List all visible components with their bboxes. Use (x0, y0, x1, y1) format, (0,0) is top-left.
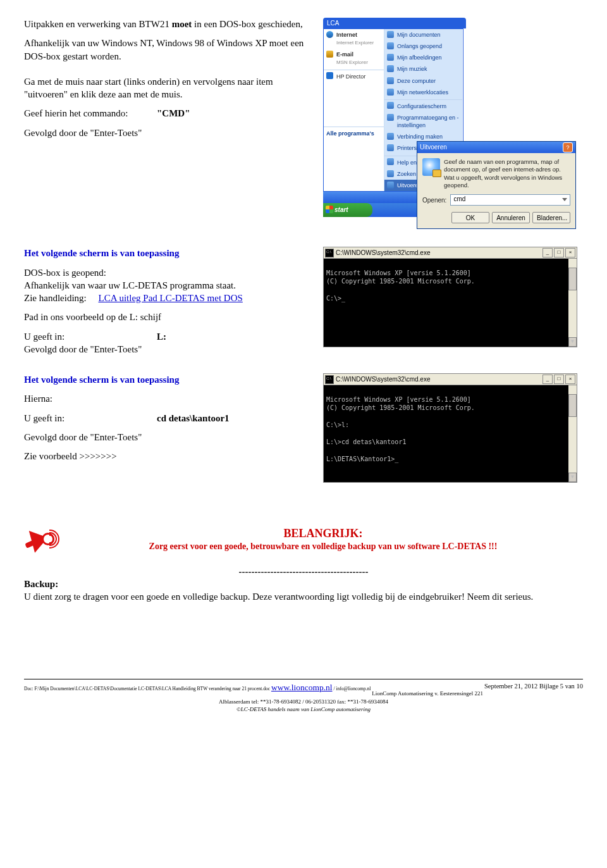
sp-network[interactable]: Mijn netwerklocaties (384, 87, 462, 98)
dashes: ----------------------------------------… (24, 565, 583, 578)
section3-seeexample: Zie voorbeeld >>>>>>> (24, 450, 318, 462)
cmd-icon (325, 375, 334, 384)
footer-www-link[interactable]: www.lioncomp.nl (271, 683, 333, 692)
sp-email[interactable]: E-mailMSN Explorer (324, 49, 384, 68)
run-open-label: Openen: (422, 196, 446, 205)
run-cancel-button[interactable]: Annuleren (492, 212, 530, 223)
xp-illustration: LCA InternetInternet Explorer E-mailMSN … (323, 18, 576, 229)
section3-p1: Hierna: (24, 392, 318, 405)
run-titlebar: Uitvoeren ? (417, 142, 575, 153)
cmd-window-1: C:\WINDOWS\system32\cmd.exe _ □ × Micros… (323, 247, 577, 347)
lca-title: LCA (323, 18, 466, 28)
sp-pictures[interactable]: Mijn afbeeldingen (384, 52, 462, 63)
run-icon (422, 158, 440, 176)
sp-all-programs[interactable]: Alle programma's (324, 127, 384, 140)
run-ok-button[interactable]: OK (451, 212, 489, 223)
minimize-icon[interactable]: _ (543, 248, 553, 257)
cmd1-titlebar: C:\WINDOWS\system32\cmd.exe _ □ × (324, 247, 577, 259)
intro-line2: Afhankelijk van uw Windows NT, Windows 9… (24, 37, 318, 63)
section2-p4: Pad in ons voorbeeld op de L: schijf (24, 311, 318, 323)
backup-label: Backup: (24, 578, 583, 590)
sp-program-access[interactable]: Programmatoegang en -instellingen (384, 112, 462, 131)
sp-music[interactable]: Mijn muziek (384, 63, 462, 75)
maximize-icon[interactable]: □ (554, 248, 564, 257)
intro-enter: Gevolgd door de "Enter-Toets" (24, 127, 318, 139)
close-icon[interactable]: × (565, 248, 575, 257)
section2-heading: Het volgende scherm is van toepassing (24, 247, 318, 259)
sp-internet[interactable]: InternetInternet Explorer (324, 29, 384, 49)
footer-date-page: September 21, 2012 Bijlage 5 van 10 (484, 682, 583, 691)
help-icon[interactable]: ? (563, 142, 573, 152)
important-block: BELANGRIJK: Zorg eerst voor een goede, b… (24, 521, 583, 559)
scroll-down-icon[interactable]: ▼ (568, 473, 577, 482)
minimize-icon[interactable]: _ (543, 375, 553, 384)
run-browse-button[interactable]: Bladeren... (532, 212, 570, 223)
run-dialog: Uitvoeren ? Geef de naam van een program… (417, 141, 576, 229)
dropdown-icon[interactable] (562, 198, 567, 201)
sp-mycomputer[interactable]: Deze computer (384, 75, 462, 87)
cmd2-titlebar: C:\WINDOWS\system32\cmd.exe _ □ × (324, 374, 577, 385)
manual-link[interactable]: LCA uitleg Pad LC-DETAS met DOS (98, 293, 242, 303)
footer-left: Doc: F:\Mijn Documenten\LCA\LC-DETAS\Doc… (24, 682, 371, 693)
sp-recent[interactable]: Onlangs geopend (384, 40, 462, 52)
section3-heading: Het volgende scherm is van toepassing (24, 373, 318, 386)
cmd-icon (325, 249, 334, 257)
close-icon[interactable]: × (565, 375, 575, 384)
section3-enter: Gevolgd door de "Enter-Toets" (24, 431, 318, 443)
maximize-icon[interactable]: □ (554, 375, 564, 384)
important-sub: Zorg eerst voor een goede, betrouwbare e… (63, 541, 583, 553)
cmd1-scrollbar[interactable]: ▲ ▼ (568, 259, 577, 347)
megaphone-icon (24, 523, 59, 559)
section2-p2: Afhankelijk van waar uw LC-DETAS program… (24, 279, 318, 292)
cmd2-scrollbar[interactable]: ▲ ▼ (568, 385, 577, 482)
section2-p3: Zie handleiding: LCA uitleg Pad LC-DETAS… (24, 292, 318, 304)
section2-p1: DOS-box is geopend: (24, 266, 318, 279)
section2-enter: Gevolgd door de "Enter-Toets" (24, 343, 318, 356)
footer: Doc: F:\Mijn Documenten\LCA\LC-DETAS\Doc… (24, 682, 583, 713)
sp-controlpanel[interactable]: Configuratiescherm (384, 99, 462, 112)
section2-cmd: U geeft in: L: (24, 330, 318, 343)
run-help-text: Geef de naam van een programma, map of d… (444, 158, 570, 189)
intro-line3: Ga met de muis naar start (links onderin… (24, 75, 318, 101)
sp-mydocs[interactable]: Mijn documenten (384, 29, 462, 40)
cmd2-body: Microsoft Windows XP [versie 5.1.2600] (… (324, 385, 577, 482)
footer-line3: ©LC-DETAS handels naam van LionComp auto… (236, 706, 371, 712)
cmd1-body: Microsoft Windows XP [versie 5.1.2600] (… (324, 259, 577, 347)
run-input[interactable]: cmd (450, 194, 570, 206)
intro-cmd: Geef hierin het commando: "CMD" (24, 107, 318, 120)
important-title: BELANGRIJK: (63, 526, 583, 541)
scroll-thumb[interactable] (568, 268, 577, 290)
section3-cmd: U geeft in: cd detas\kantoor1 (24, 412, 318, 425)
intro-line1: Uitpakken en verwerking van BTW21 moet i… (24, 18, 318, 30)
backup-text: U dient zorg te dragen voor een goede en… (24, 590, 583, 603)
sp-hpdirector[interactable]: HP Director (324, 70, 384, 82)
scroll-thumb[interactable] (568, 394, 577, 417)
cmd-window-2: C:\WINDOWS\system32\cmd.exe _ □ × Micros… (323, 373, 577, 483)
scroll-down-icon[interactable]: ▼ (568, 337, 577, 347)
start-button[interactable]: start (323, 203, 372, 217)
